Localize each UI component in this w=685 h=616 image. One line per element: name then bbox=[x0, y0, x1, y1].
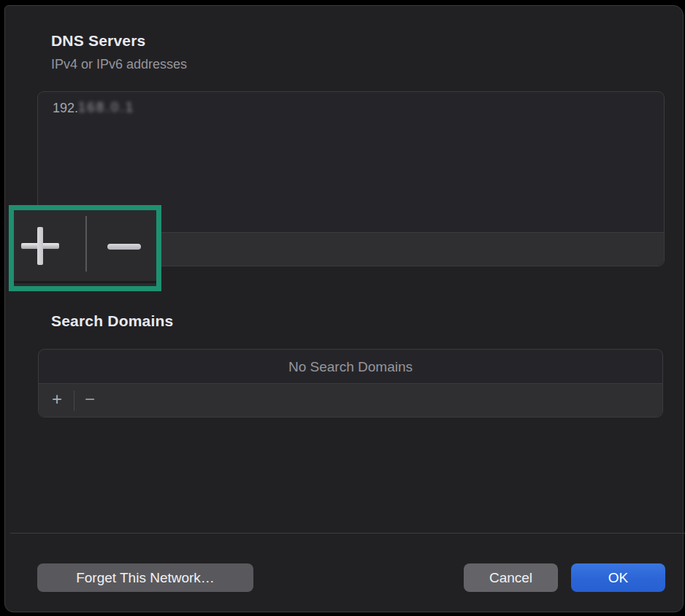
search-remove-button[interactable]: − bbox=[79, 390, 101, 412]
search-domains-empty-text: No Search Domains bbox=[39, 359, 662, 375]
forget-network-button[interactable]: Forget This Network… bbox=[37, 563, 253, 592]
dns-servers-heading: DNS Servers bbox=[51, 32, 145, 50]
callout-magnified-content bbox=[14, 210, 156, 286]
network-details-dialog: DNS Servers IPv4 or IPv6 addresses 192.1… bbox=[4, 5, 684, 612]
minus-icon: − bbox=[85, 389, 95, 409]
highlight-callout-add-remove bbox=[9, 205, 161, 291]
minus-icon[interactable] bbox=[107, 244, 141, 250]
footer-divider bbox=[10, 533, 685, 534]
search-list-toolbar: + − bbox=[39, 383, 662, 417]
toolbar-divider bbox=[74, 390, 74, 411]
search-domains-heading: Search Domains bbox=[51, 312, 173, 330]
magnified-box-edge bbox=[14, 281, 156, 283]
toolbar-divider bbox=[85, 216, 87, 272]
cancel-button[interactable]: Cancel bbox=[464, 563, 558, 592]
ok-button[interactable]: OK bbox=[571, 563, 665, 592]
dns-server-entry[interactable]: 192.168.0.1 bbox=[53, 101, 135, 116]
dns-server-entry-redacted: 168.0.1 bbox=[78, 100, 135, 115]
dns-servers-subtitle: IPv4 or IPv6 addresses bbox=[51, 57, 187, 72]
plus-icon: + bbox=[52, 389, 62, 409]
dns-server-entry-prefix: 192. bbox=[53, 101, 78, 115]
search-domains-list[interactable]: No Search Domains + − bbox=[38, 349, 663, 417]
search-add-button[interactable]: + bbox=[46, 390, 68, 412]
